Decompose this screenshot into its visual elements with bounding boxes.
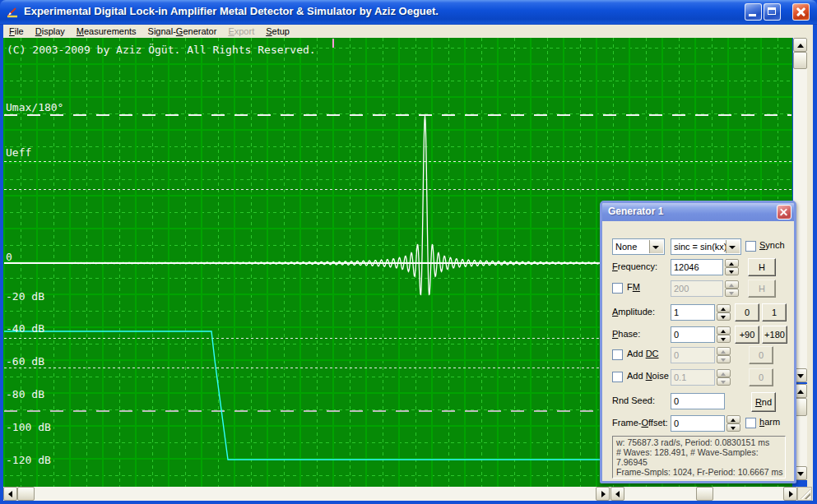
phase-plus180-button[interactable]: +180 xyxy=(762,326,787,344)
horizontal-scroll-thumb[interactable] xyxy=(696,487,713,501)
vertical-scroll-thumb[interactable] xyxy=(793,52,807,69)
app-icon xyxy=(6,6,20,19)
frequency-spinner[interactable] xyxy=(725,259,739,275)
harm-checkbox[interactable] xyxy=(745,418,756,428)
spinner-up-icon xyxy=(729,284,734,287)
db-label: 0 xyxy=(6,251,12,263)
resize-grip[interactable] xyxy=(797,487,812,501)
amplitude-label: Amplitude: xyxy=(612,307,655,317)
rnd-seed-label: Rnd Seed: xyxy=(612,395,655,405)
add-dc-label: Add DC xyxy=(627,349,659,358)
add-noise-0-button: 0 xyxy=(749,368,773,386)
add-dc-0-button: 0 xyxy=(749,346,773,364)
spinner-down-icon xyxy=(729,270,734,274)
right-strip xyxy=(807,38,813,501)
frequency-h-button[interactable]: H xyxy=(748,258,776,276)
app-window: { "window": { "title": "Experimental Dig… xyxy=(0,0,817,504)
fm-checkbox[interactable] xyxy=(612,283,623,294)
dialog-title: Generator 1 xyxy=(608,206,663,217)
phase-spinner[interactable] xyxy=(717,326,731,343)
info-line: Frame-Smpls: 1024, Fr-Period: 10.6667 ms xyxy=(616,467,782,477)
add-dc-checkbox[interactable] xyxy=(612,349,623,360)
spinner-up-icon xyxy=(731,418,736,422)
amplitude-input[interactable]: 1 xyxy=(671,304,715,321)
fm-input: 200 xyxy=(671,280,723,297)
add-dc-spinner xyxy=(717,347,731,363)
info-line: 7.96945 xyxy=(616,457,782,467)
add-noise-input: 0.1 xyxy=(671,369,715,386)
phase-plus90-button[interactable]: +90 xyxy=(735,326,759,344)
add-noise-label: Add Noise xyxy=(627,371,669,381)
menu-item-signal-generator[interactable]: Signal-Generator xyxy=(142,25,223,37)
info-line: # Waves: 128.491, # Wave-Samples: xyxy=(616,447,782,457)
frequency-input[interactable]: 12046 xyxy=(671,259,723,275)
arrow-down-icon xyxy=(797,472,804,476)
scroll-right-button[interactable] xyxy=(596,487,610,501)
rnd-button[interactable]: Rnd xyxy=(751,392,776,412)
maximize-icon xyxy=(768,7,776,15)
minimize-button[interactable] xyxy=(745,3,762,21)
arrow-down-icon xyxy=(797,374,804,378)
menu-item-measurements[interactable]: Measurements xyxy=(71,25,142,37)
menu-item-export: Export xyxy=(222,25,260,37)
arrow-left-icon xyxy=(615,491,620,497)
phase-input[interactable]: 0 xyxy=(671,326,715,343)
horizontal-scroll-thumb[interactable] xyxy=(17,487,35,501)
spinner-down-icon xyxy=(721,316,726,319)
fm-spinner xyxy=(725,280,739,297)
scroll-up-button[interactable] xyxy=(793,38,807,52)
waveform-combo[interactable]: sinc = sin(kx). xyxy=(671,238,741,255)
close-button[interactable] xyxy=(792,3,810,21)
menu-item-setup[interactable]: Setup xyxy=(260,25,295,37)
spinner-down-icon xyxy=(731,427,736,430)
fm-label: FM xyxy=(627,282,640,292)
window-title: Experimental Digital Lock-in Amplifier M… xyxy=(24,5,439,17)
spinner-up-icon xyxy=(721,372,726,376)
spinner-up-icon xyxy=(729,262,734,266)
arrow-right-icon xyxy=(601,491,606,497)
frequency-label: Frequency: xyxy=(612,261,657,271)
amplitude-0-button[interactable]: 0 xyxy=(735,303,759,321)
copyright-text: (C) 2003-2009 by Aziz Ögüt. All Rights R… xyxy=(7,44,316,56)
arrow-right-icon xyxy=(789,491,793,497)
dialog-close-button[interactable] xyxy=(777,205,791,220)
spinner-up-icon xyxy=(721,350,726,354)
menu-bar: FileDisplayMeasurementsSignal-GeneratorE… xyxy=(3,25,813,38)
dialog-client: None sinc = sin(kx). Synch Frequency: 12… xyxy=(602,221,794,481)
arrow-left-icon xyxy=(8,491,12,497)
dialog-title-bar[interactable]: Generator 1 xyxy=(602,203,794,221)
generator-dialog: Generator 1 None sinc = sin(kx). Synch F… xyxy=(600,201,796,483)
spinner-up-icon xyxy=(721,330,726,333)
amplitude-1-button[interactable]: 1 xyxy=(762,303,787,321)
menu-item-display[interactable]: Display xyxy=(30,25,71,37)
spinner-down-icon xyxy=(721,381,726,384)
scroll-left-button[interactable] xyxy=(3,487,17,501)
rnd-seed-input[interactable]: 0 xyxy=(671,393,725,409)
horizontal-scrollbar-2[interactable] xyxy=(610,487,797,501)
amplitude-spinner[interactable] xyxy=(717,304,731,321)
minimize-icon xyxy=(749,14,756,16)
scroll-right-button[interactable] xyxy=(783,487,797,501)
chevron-down-icon[interactable] xyxy=(726,240,740,253)
menu-item-file[interactable]: File xyxy=(3,25,30,37)
add-noise-checkbox[interactable] xyxy=(612,372,623,382)
maximize-button[interactable] xyxy=(764,3,781,21)
chevron-down-icon[interactable] xyxy=(649,240,663,253)
horizontal-scrollbar-1[interactable] xyxy=(3,487,610,501)
modulation-combo[interactable]: None xyxy=(612,238,665,255)
db-label: -60 dB xyxy=(6,355,44,368)
spinner-down-icon xyxy=(721,358,726,362)
add-dc-input: 0 xyxy=(671,347,715,363)
frame-offset-spinner[interactable] xyxy=(726,415,740,432)
title-bar[interactable]: Experimental Digital Lock-in Amplifier M… xyxy=(0,0,817,25)
db-label: -120 dB xyxy=(6,454,51,466)
ueff-label: Ueff xyxy=(6,146,31,159)
frame-offset-label: Frame-Offset: xyxy=(612,418,668,428)
umax-label: Umax/180° xyxy=(6,101,63,113)
fm-h-button: H xyxy=(748,280,776,298)
scroll-left-button[interactable] xyxy=(610,487,624,501)
frame-offset-input[interactable]: 0 xyxy=(671,415,725,432)
phase-label: Phase: xyxy=(612,329,640,339)
spinner-up-icon xyxy=(721,307,726,311)
synch-checkbox[interactable] xyxy=(745,241,756,252)
